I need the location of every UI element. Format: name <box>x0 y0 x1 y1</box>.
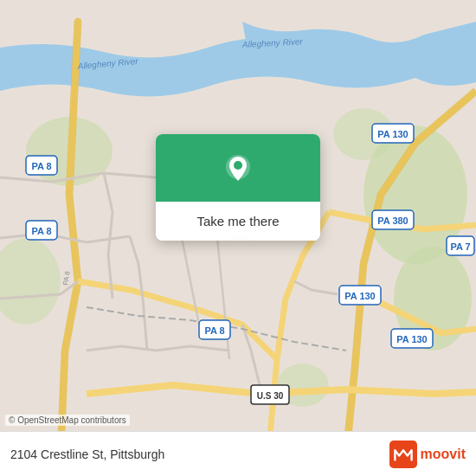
popup-pin-area <box>156 134 320 202</box>
map-container: PA 8 PA 8 PA 8 PA 130 PA 380 PA 130 PA 1… <box>0 0 476 476</box>
svg-text:U.S 30: U.S 30 <box>257 391 284 401</box>
svg-text:PA 8: PA 8 <box>31 161 51 171</box>
svg-text:PA 130: PA 130 <box>344 291 375 301</box>
svg-text:PA 130: PA 130 <box>396 334 427 344</box>
bottom-bar: 2104 Crestline St, Pittsburgh moovit <box>0 431 476 476</box>
svg-text:PA 380: PA 380 <box>377 215 408 226</box>
svg-text:PA 8: PA 8 <box>204 325 224 336</box>
moovit-logo: moovit <box>389 441 466 468</box>
svg-text:PA 130: PA 130 <box>377 129 408 139</box>
svg-rect-30 <box>389 441 417 468</box>
svg-text:PA 7: PA 7 <box>450 241 470 252</box>
svg-point-29 <box>234 161 242 170</box>
location-pin-icon <box>219 150 257 188</box>
moovit-logo-icon <box>389 441 417 468</box>
popup-card: Take me there <box>156 134 320 241</box>
address-text: 2104 Crestline St, Pittsburgh <box>10 447 164 461</box>
copyright-text: © OpenStreetMap contributors <box>5 415 130 426</box>
moovit-logo-text: moovit <box>421 447 466 462</box>
svg-text:PA 8: PA 8 <box>31 226 51 236</box>
take-me-there-button[interactable]: Take me there <box>156 202 320 241</box>
